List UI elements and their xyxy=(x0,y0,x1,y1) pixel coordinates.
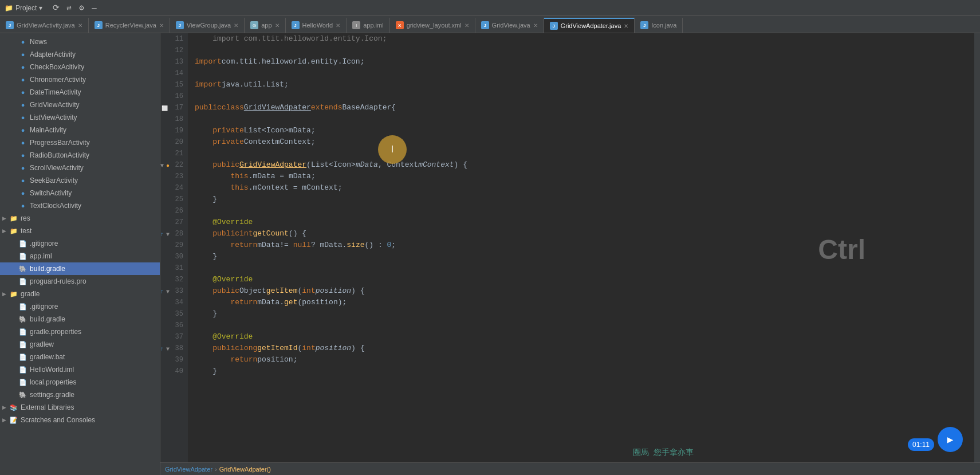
title-bar: 📁 Project ▾ ⟳ ⇄ ⚙ — xyxy=(0,0,980,16)
minimize-icon[interactable]: — xyxy=(89,3,99,13)
title-bar-controls: ⟳ ⇄ ⚙ — xyxy=(52,3,99,13)
code-line: return mData != null ? mData.size() : 0; xyxy=(195,240,974,251)
sidebar-item-seekbar[interactable]: ● SeekBarActivity xyxy=(0,174,160,187)
folder-icon: 📁 xyxy=(5,4,13,12)
sidebar-item-appiml[interactable]: 📄 app.iml xyxy=(0,250,160,262)
code-line: public Object getItem(int position) { xyxy=(195,285,974,297)
sidebar-item-listview[interactable]: ● ListViewActivity xyxy=(0,111,160,124)
tab-gridviewactivity[interactable]: J GridViewActivity.java ✕ xyxy=(0,18,89,33)
sidebar-item-buildgradle[interactable]: 🐘 build.gradle xyxy=(0,262,160,275)
code-line xyxy=(195,45,974,56)
sidebar-item-gradlewbat[interactable]: 📄 gradlew.bat xyxy=(0,351,160,363)
sidebar-item-buildgradle2[interactable]: 🐘 build.gradle xyxy=(0,313,160,325)
activity-icon: ● xyxy=(18,101,27,109)
sidebar-item-res[interactable]: ▶ 📁 res xyxy=(0,212,160,225)
activity-icon: ● xyxy=(18,126,27,134)
sidebar-item-localprops[interactable]: 📄 local.properties xyxy=(0,376,160,388)
sidebar-item-switch[interactable]: ● SwitchActivity xyxy=(0,187,160,199)
scrollbar[interactable] xyxy=(974,33,980,462)
sidebar-item-chrono[interactable]: ● ChronomerActivity xyxy=(0,73,160,86)
sidebar-item-gradlew[interactable]: 📄 gradlew xyxy=(0,338,160,351)
breadcrumb-method[interactable]: GridViewAdpater() xyxy=(219,466,271,473)
tab-app[interactable]: G app ✕ xyxy=(245,18,285,33)
code-line xyxy=(195,262,974,274)
code-area[interactable]: import com.ttit.helloworld.entity.Icon; … xyxy=(188,33,974,462)
tab-close-icon[interactable]: ✕ xyxy=(624,23,628,29)
tab-close-icon[interactable]: ✕ xyxy=(159,22,164,29)
sidebar-item-checkbox[interactable]: ● CheckBoxAcitivity xyxy=(0,61,160,73)
folder-icon: 📁 xyxy=(9,290,18,298)
sidebar-item-gradleprops[interactable]: 📄 gradle.properties xyxy=(0,325,160,338)
breadcrumb-separator: › xyxy=(215,466,217,473)
tab-gridview-layout[interactable]: X gridview_layout.xml ✕ xyxy=(390,18,475,33)
file-icon: 📄 xyxy=(18,353,27,361)
tab-helloworld[interactable]: J HelloWorld ✕ xyxy=(286,18,347,33)
tab-close-icon[interactable]: ✕ xyxy=(465,22,469,29)
folder-icon: 📁 xyxy=(9,214,18,222)
code-line: @Override xyxy=(195,331,974,343)
sidebar-item-settingsgradle[interactable]: 🐘 settings.gradle xyxy=(0,388,160,401)
code-line xyxy=(195,68,974,79)
refresh-icon[interactable]: ⟳ xyxy=(52,3,61,13)
tab-recyclerview[interactable]: J RecyclerView.java ✕ xyxy=(89,18,170,33)
activity-icon: ● xyxy=(18,38,27,46)
code-line: import java.util.List; xyxy=(195,79,974,91)
sidebar-item-textclock[interactable]: ● TextClockActivity xyxy=(0,199,160,212)
code-line xyxy=(195,205,974,217)
sidebar-item-gitignore2[interactable]: 📄 .gitignore xyxy=(0,300,160,313)
sidebar-item-extlibs[interactable]: ▶ 📚 External Libraries xyxy=(0,401,160,414)
sidebar-item-gitignore[interactable]: 📄 .gitignore xyxy=(0,237,160,250)
java-icon: J xyxy=(176,21,184,29)
arrows-icon[interactable]: ⇄ xyxy=(64,3,73,13)
file-icon: 📄 xyxy=(18,378,27,386)
breadcrumb-class[interactable]: GridViewAdpater xyxy=(165,466,212,473)
sidebar-item-progressbar[interactable]: ● ProgressBarActivity xyxy=(0,136,160,149)
sidebar-item-gradle[interactable]: ▶ 📁 gradle xyxy=(0,288,160,300)
sidebar-item-scratches[interactable]: ▶ 📝 Scratches and Consoles xyxy=(0,414,160,426)
tab-gridview[interactable]: J GridView.java ✕ xyxy=(475,18,544,33)
code-line: return position; xyxy=(195,354,974,366)
code-line: private Context mContext; xyxy=(195,136,974,148)
code-line: this.mData = mData; xyxy=(195,171,974,182)
code-line: public long getItemId(int position) { xyxy=(195,343,974,354)
video-button[interactable]: ▶ xyxy=(938,427,963,452)
file-icon: 📄 xyxy=(18,303,27,311)
gradle-icon: G xyxy=(250,21,258,29)
activity-icon: ● xyxy=(18,76,27,84)
sidebar-item-test[interactable]: ▶ 📁 test xyxy=(0,225,160,237)
sidebar-item-adapter[interactable]: ● AdapterActivity xyxy=(0,48,160,61)
tab-viewgroup[interactable]: J ViewGroup.java ✕ xyxy=(170,18,245,33)
tab-close-icon[interactable]: ✕ xyxy=(78,22,82,29)
project-label[interactable]: 📁 Project ▾ xyxy=(5,4,42,12)
tab-close-icon[interactable]: ✕ xyxy=(336,22,340,29)
code-line: return mData.get(position); xyxy=(195,297,974,308)
code-line xyxy=(195,113,974,125)
code-line: public GridViewAdpater(List<Icon> mData,… xyxy=(195,159,974,171)
code-line: public int getCount() { xyxy=(195,228,974,240)
activity-icon: ● xyxy=(18,113,27,121)
code-line: public class GridViewAdpater extends Bas… xyxy=(195,102,974,113)
gradle-icon: 🐘 xyxy=(18,265,27,273)
tab-bar: J GridViewActivity.java ✕ J RecyclerView… xyxy=(0,16,980,33)
settings-icon[interactable]: ⚙ xyxy=(77,3,86,13)
tab-gridviewadpater[interactable]: J GridViewAdpater.java ✕ xyxy=(544,18,635,33)
code-line: } xyxy=(195,308,974,320)
tab-close-icon[interactable]: ✕ xyxy=(533,22,538,29)
sidebar-item-scrollview[interactable]: ● ScrollViewActivity xyxy=(0,162,160,174)
tab-close-icon[interactable]: ✕ xyxy=(275,22,280,29)
tab-icon[interactable]: J Icon.java xyxy=(635,18,683,33)
sidebar-item-gridview[interactable]: ● GridViewActivity xyxy=(0,99,160,111)
activity-icon: ● xyxy=(18,176,27,184)
timer-badge[interactable]: 01:11 xyxy=(908,438,934,451)
sidebar-item-proguard[interactable]: 📄 proguard-rules.pro xyxy=(0,275,160,288)
code-line: @Override xyxy=(195,217,974,228)
sidebar-item-main[interactable]: ● MainActivity xyxy=(0,124,160,136)
sidebar-item-news[interactable]: ● News xyxy=(0,36,160,48)
tab-close-icon[interactable]: ✕ xyxy=(234,22,238,29)
sidebar-item-helloworldiml[interactable]: 📄 HelloWorld.iml xyxy=(0,363,160,376)
tab-appiml[interactable]: I app.iml xyxy=(347,18,389,33)
file-icon: 📄 xyxy=(18,328,27,336)
line-numbers: 11 12 13 14 15 16 17 ⬜ 18 19 20 21 22 ▼ … xyxy=(160,33,188,462)
sidebar-item-radiobutton[interactable]: ● RadioButtonActivity xyxy=(0,149,160,162)
sidebar-item-datetime[interactable]: ● DateTimeActivity xyxy=(0,86,160,99)
